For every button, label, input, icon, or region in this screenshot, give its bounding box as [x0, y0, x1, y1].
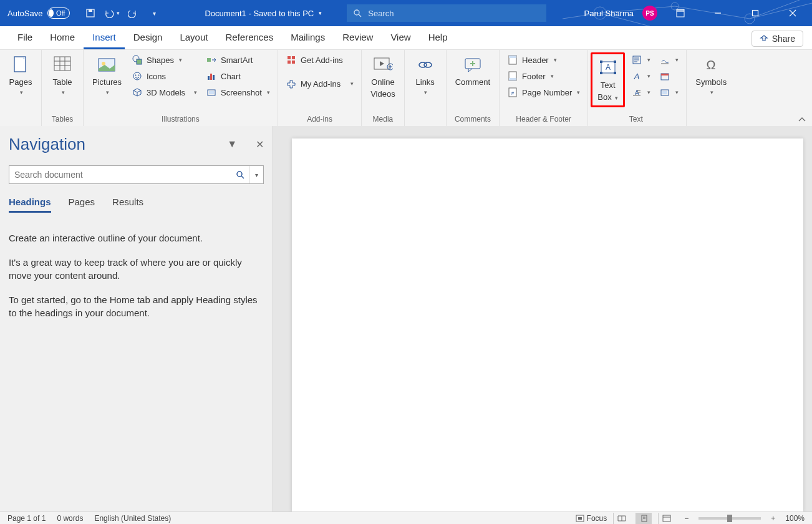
pages-icon	[12, 56, 29, 74]
undo-button[interactable]: ▾	[104, 5, 120, 21]
group-media: Online Videos Media	[362, 50, 405, 126]
tab-review[interactable]: Review	[334, 27, 382, 49]
table-button[interactable]: Table ▾	[47, 52, 78, 98]
print-layout-button[interactable]	[636, 513, 652, 524]
tab-help[interactable]: Help	[420, 27, 457, 49]
navigation-search-button[interactable]	[231, 166, 249, 183]
screenshot-icon	[206, 87, 216, 97]
svg-rect-77	[663, 515, 670, 522]
chart-button[interactable]: Chart	[203, 69, 273, 84]
svg-rect-28	[210, 74, 212, 80]
undo-icon	[104, 8, 115, 18]
symbols-button[interactable]: Ω Symbols ▾	[692, 52, 730, 98]
status-page[interactable]: Page 1 of 1	[7, 514, 46, 523]
share-button[interactable]: Share	[752, 31, 803, 47]
online-videos-button[interactable]: Online Videos	[367, 52, 399, 101]
comment-button[interactable]: Comment	[452, 52, 494, 89]
text-box-label-1: Text	[601, 80, 616, 90]
read-mode-icon	[617, 515, 626, 522]
svg-text:#: #	[511, 90, 515, 96]
my-addins-icon	[286, 79, 296, 89]
icons-button[interactable]: Icons	[129, 69, 200, 84]
maximize-button[interactable]	[741, 0, 770, 26]
object-button[interactable]: ▾	[657, 85, 681, 100]
document-page[interactable]	[292, 138, 803, 512]
links-button[interactable]: Links ▾	[410, 52, 441, 98]
nav-tab-results[interactable]: Results	[112, 196, 143, 213]
svg-rect-68	[662, 91, 667, 94]
zoom-thumb[interactable]	[727, 515, 732, 522]
tab-insert[interactable]: Insert	[84, 27, 125, 49]
document-title[interactable]: Document1 - Saved to this PC ▾	[167, 9, 347, 18]
group-pages: Pages ▾	[0, 50, 42, 126]
ribbon: Pages ▾ Table ▾ Tables Pictures ▾	[0, 50, 812, 126]
date-time-button[interactable]	[657, 69, 681, 84]
qat-customize[interactable]: ▾	[146, 5, 162, 21]
navigation-close[interactable]: ✕	[256, 138, 264, 150]
nav-tab-pages[interactable]: Pages	[69, 196, 95, 213]
tab-references[interactable]: References	[216, 27, 282, 49]
close-button[interactable]	[778, 0, 807, 26]
tab-file[interactable]: File	[9, 27, 41, 49]
document-area[interactable]	[273, 126, 812, 512]
3d-models-button[interactable]: 3D Models▾	[129, 85, 200, 100]
navigation-dropdown[interactable]: ▼	[227, 138, 237, 150]
ribbon-display-button[interactable]	[666, 0, 695, 26]
user-name[interactable]: Parul Sharma	[584, 9, 634, 18]
save-button[interactable]	[82, 5, 99, 21]
search-icon	[236, 170, 244, 179]
group-label-tables: Tables	[47, 114, 78, 126]
wordart-button[interactable]: A▾	[629, 69, 653, 84]
tab-layout[interactable]: Layout	[171, 27, 216, 49]
search-box[interactable]	[347, 4, 546, 22]
search-input[interactable]	[368, 9, 540, 18]
video-icon	[373, 57, 393, 73]
chevron-up-icon	[798, 117, 806, 122]
minimize-button[interactable]	[703, 0, 732, 26]
quick-parts-button[interactable]: ▾	[629, 52, 653, 67]
drop-cap-button[interactable]: A▾	[629, 85, 653, 100]
status-words[interactable]: 0 words	[57, 514, 83, 523]
header-button[interactable]: Header▾	[505, 52, 582, 67]
tab-design[interactable]: Design	[125, 27, 172, 49]
navigation-search-dropdown[interactable]: ▾	[249, 166, 263, 183]
autosave-toggle[interactable]: AutoSave Off	[0, 7, 77, 19]
pages-button[interactable]: Pages ▾	[5, 52, 36, 98]
status-language[interactable]: English (United States)	[94, 514, 171, 523]
zoom-in-button[interactable]: +	[767, 514, 779, 523]
icons-label: Icons	[147, 72, 166, 81]
page-number-button[interactable]: # Page Number▾	[505, 85, 582, 100]
icons-icon	[132, 71, 142, 81]
redo-button[interactable]	[125, 5, 141, 21]
toggle-track: Off	[47, 7, 70, 19]
get-addins-button[interactable]: Get Add-ins	[283, 52, 356, 67]
store-icon	[286, 55, 296, 65]
zoom-out-button[interactable]: −	[680, 514, 692, 523]
pages-label: Pages	[9, 77, 32, 87]
focus-button[interactable]: Focus	[576, 514, 607, 523]
web-layout-button[interactable]	[658, 513, 674, 524]
svg-rect-26	[207, 58, 211, 62]
navigation-search[interactable]: ▾	[9, 165, 264, 184]
zoom-level[interactable]: 100%	[785, 514, 805, 523]
svg-rect-73	[578, 517, 582, 520]
tab-mailings[interactable]: Mailings	[282, 27, 334, 49]
read-mode-button[interactable]	[613, 513, 629, 524]
footer-icon	[508, 71, 517, 81]
signature-button[interactable]: ▾	[657, 52, 681, 67]
zoom-slider[interactable]	[698, 517, 761, 520]
text-box-button[interactable]: A Text Box ▾	[594, 56, 622, 104]
tab-home[interactable]: Home	[41, 27, 84, 49]
pictures-button[interactable]: Pictures ▾	[89, 52, 125, 98]
my-addins-button[interactable]: My Add-ins▾	[283, 76, 356, 91]
avatar[interactable]: PS	[642, 6, 657, 21]
collapse-ribbon-button[interactable]	[798, 117, 806, 122]
nav-tab-headings[interactable]: Headings	[9, 196, 51, 213]
shapes-button[interactable]: Shapes▾	[129, 52, 200, 67]
navigation-search-input[interactable]	[9, 166, 231, 183]
smartart-button[interactable]: SmartArt	[203, 52, 273, 67]
footer-button[interactable]: Footer▾	[505, 69, 582, 84]
tab-view[interactable]: View	[382, 27, 419, 49]
screenshot-button[interactable]: Screenshot▾	[203, 85, 273, 100]
group-label-addins: Add-ins	[283, 114, 356, 126]
